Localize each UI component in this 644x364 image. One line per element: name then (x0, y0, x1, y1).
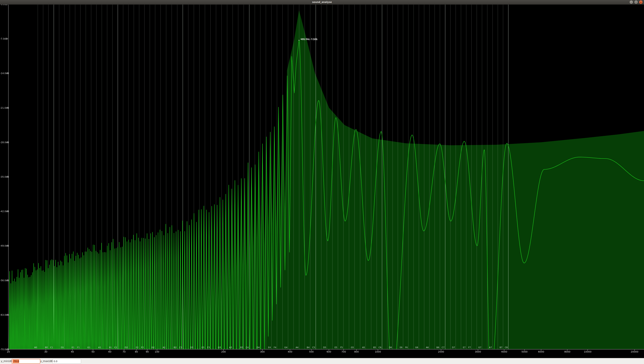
close-icon: × (640, 1, 642, 4)
y-min-value-selected-text: -70.0 (13, 360, 19, 363)
bottom-control-bar: y_min(dB) -70.0 y_max(dB) (0, 358, 644, 364)
y-max-label: y_max(dB) (40, 358, 54, 364)
window-title: sound_analyse (0, 1, 644, 4)
close-button[interactable]: × (639, 0, 643, 4)
y-min-input[interactable]: -70.0 (12, 359, 40, 364)
minimize-button[interactable]: − (630, 0, 633, 4)
maximize-button[interactable] (634, 0, 638, 4)
window-titlebar: sound_analyse − × (0, 0, 644, 4)
spectrum-plot[interactable] (0, 0, 644, 358)
maximize-icon (635, 1, 637, 3)
minimize-icon: − (630, 1, 632, 4)
window-buttons: − × (630, 0, 643, 4)
y-max-input[interactable] (52, 359, 81, 364)
